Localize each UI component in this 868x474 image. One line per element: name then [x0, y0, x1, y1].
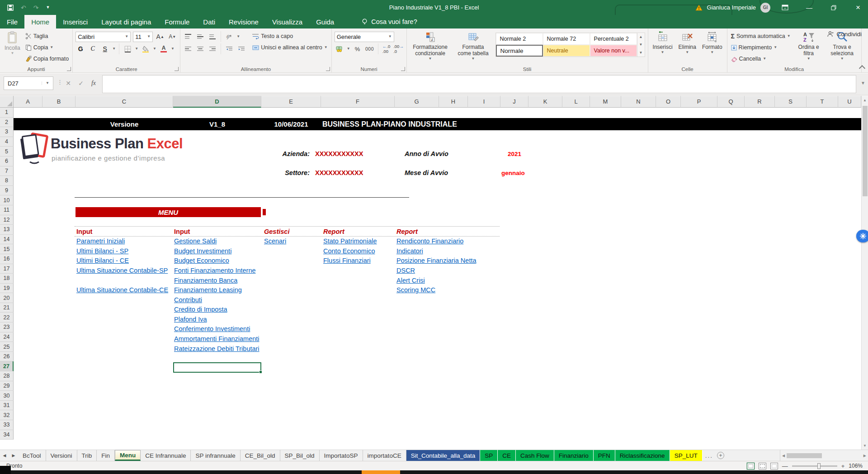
name-box[interactable]: D27▼ [4, 76, 53, 90]
style-percentuale-2[interactable]: Percentuale 2 [590, 33, 637, 45]
row-header-19[interactable]: 19 [0, 284, 14, 294]
comma-style-button[interactable]: 000 [365, 44, 375, 54]
column-header-A[interactable]: A [14, 96, 42, 108]
format-painter-button[interactable]: Copia formato [24, 54, 70, 64]
increase-font-icon[interactable]: A▲ [155, 32, 165, 42]
row-header-24[interactable]: 24 [0, 332, 14, 342]
row-header-11[interactable]: 11 [0, 205, 14, 215]
sheet-tab-cash-flow[interactable]: Cash Flow [516, 450, 554, 461]
link-parametri-iniziali[interactable]: Parametri Iniziali [76, 237, 125, 246]
sheet-tab-sp-lut[interactable]: SP_LUT [670, 450, 703, 461]
floating-addin-button[interactable] [856, 230, 868, 242]
sheet-tab-trib[interactable]: Trib [77, 450, 97, 461]
tab-formule[interactable]: Formule [158, 15, 196, 28]
close-button[interactable]: × [848, 0, 868, 15]
merge-center-button[interactable]: Unisci e allinea al centro ▼ [251, 43, 328, 52]
row-header-12[interactable]: 12 [0, 215, 14, 225]
normal-view-icon[interactable] [747, 463, 755, 469]
sheet-tab-versioni[interactable]: Versioni [46, 450, 77, 461]
alert-icon[interactable] [695, 5, 703, 11]
row-header-2[interactable]: 2 [0, 118, 14, 128]
row-header-28[interactable]: 28 [0, 371, 14, 381]
column-header-B[interactable]: B [42, 96, 75, 108]
link-alert-crisi[interactable]: Alert Crisi [396, 276, 425, 285]
row-header-34[interactable]: 34 [0, 430, 14, 440]
delete-cells-button[interactable]: Elimina ▼ [677, 30, 698, 65]
link-stato-patrimoniale[interactable]: Stato Patrimoniale [323, 237, 377, 246]
number-format-select[interactable]: Generale▼ [335, 32, 394, 42]
start-year-value[interactable]: 2021 [500, 149, 528, 159]
row-header-7[interactable]: 7 [0, 166, 14, 176]
column-header-O[interactable]: O [656, 96, 681, 108]
formula-input[interactable] [102, 75, 856, 93]
insert-function-icon[interactable]: fx [88, 76, 99, 90]
tab-home[interactable]: Home [24, 15, 56, 28]
font-color-icon[interactable]: A [159, 44, 169, 54]
clear-button[interactable]: Cancella▼ [730, 54, 792, 64]
column-header-F[interactable]: F [321, 96, 395, 108]
row-header-32[interactable]: 32 [0, 410, 14, 420]
row-header-3[interactable]: 3 [0, 127, 14, 137]
style-normale[interactable]: Normale [496, 45, 543, 57]
orientation-icon[interactable]: ab [224, 32, 234, 42]
style-normale-2[interactable]: Normale 2 [496, 33, 543, 45]
link-credito-di-imposta[interactable]: Credito di Imposta [174, 305, 227, 314]
sheet-tab-sp[interactable]: SP [480, 450, 498, 461]
link-dscr[interactable]: DSCR [396, 266, 415, 275]
tab-dati[interactable]: Dati [196, 15, 222, 28]
row-header-1[interactable]: 1 [0, 108, 14, 118]
avatar[interactable]: GI [760, 3, 770, 13]
link-ultimi-bilanci-ce[interactable]: Ultimi Bilanci - CE [76, 256, 129, 265]
format-cells-button[interactable]: Formato ▼ [700, 30, 724, 65]
link-rendiconto-finanziario[interactable]: Rendiconto Finanziario [396, 237, 463, 246]
column-header-U[interactable]: U [838, 96, 861, 108]
number-dialog-launcher-icon[interactable] [401, 67, 405, 71]
column-header-D[interactable]: D [173, 96, 261, 108]
align-bottom-icon[interactable] [208, 32, 217, 42]
row-header-6[interactable]: 6 [0, 156, 14, 166]
row-header-9[interactable]: 9 [0, 186, 14, 196]
column-header-S[interactable]: S [775, 96, 807, 108]
column-header-P[interactable]: P [681, 96, 717, 108]
column-header-G[interactable]: G [395, 96, 439, 108]
tab-guida[interactable]: Guida [309, 15, 341, 28]
sheet-tab-importatosp[interactable]: ImportatoSP [320, 450, 363, 461]
row-header-18[interactable]: 18 [0, 274, 14, 284]
copy-button[interactable]: Copia ▼ [24, 43, 70, 52]
sheet-tab-sp-infrannuale[interactable]: SP infrannuale [191, 450, 240, 461]
scroll-down-icon[interactable]: ▼ [862, 441, 868, 450]
fill-color-icon[interactable] [141, 44, 151, 54]
sheet-tab-sp-bil-old[interactable]: SP_Bil_old [280, 450, 320, 461]
link-ammortamenti-finanziamenti[interactable]: Ammortamenti Finanziamenti [174, 334, 259, 344]
link-scoring-mcc[interactable]: Scoring MCC [396, 285, 435, 295]
zoom-slider-thumb[interactable] [817, 463, 821, 469]
fill-handle[interactable] [259, 370, 262, 374]
sheet-tab-ce-bil-old[interactable]: CE_Bil_old [241, 450, 280, 461]
row-header-30[interactable]: 30 [0, 391, 14, 401]
bold-button[interactable]: G [75, 44, 85, 54]
undo-icon[interactable]: ↶ [21, 5, 26, 11]
increase-indent-icon[interactable] [236, 44, 246, 54]
share-button[interactable]: Condividi [827, 31, 862, 38]
zoom-out-icon[interactable]: — [782, 463, 788, 469]
vertical-scrollbar[interactable]: ▲ ▼ [861, 96, 868, 450]
borders-icon[interactable] [123, 44, 132, 54]
sheet-nav-right-icon[interactable]: ▶ [9, 450, 18, 461]
link-conferimento-investimenti[interactable]: Conferimento Investimenti [174, 324, 250, 334]
vertical-scroll-thumb[interactable] [863, 106, 868, 196]
sheet-tab-finanziario[interactable]: Finanziario [554, 450, 594, 461]
row-header-10[interactable]: 10 [0, 195, 14, 205]
style-valore-non-valido[interactable]: Valore non v... [590, 45, 637, 57]
sheet-tabs-overflow[interactable]: ... [703, 450, 716, 461]
link-ultimi-bilanci-sp[interactable]: Ultimi Bilanci - SP [76, 246, 128, 256]
styles-more-icon[interactable]: ▼ [637, 49, 645, 57]
link-budget-economico[interactable]: Budget Economico [174, 256, 229, 265]
horizontal-scroll-thumb[interactable] [787, 453, 822, 458]
zoom-level[interactable]: 106% [849, 463, 863, 469]
link-scenari[interactable]: Scenari [264, 237, 286, 246]
row-header-8[interactable]: 8 [0, 176, 14, 186]
cancel-formula-icon[interactable]: ✕ [62, 76, 74, 90]
column-header-E[interactable]: E [261, 96, 321, 108]
align-top-icon[interactable] [183, 32, 193, 42]
tab-file[interactable]: File [0, 15, 24, 28]
